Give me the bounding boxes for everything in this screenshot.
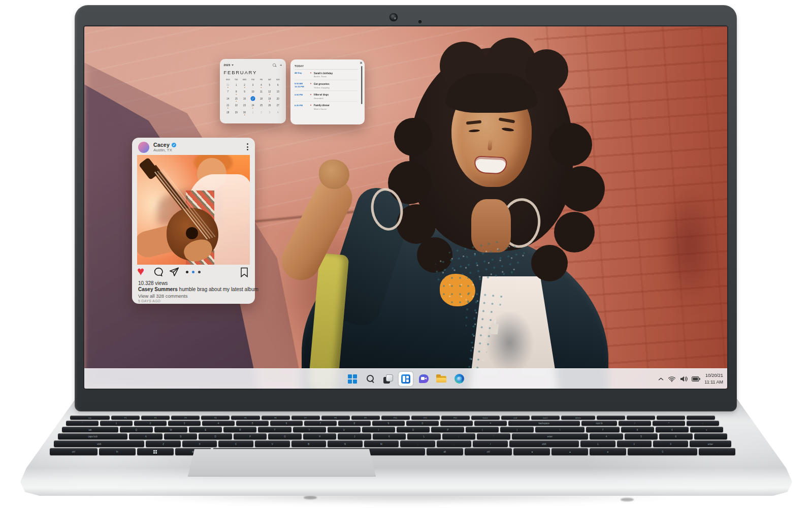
agenda-header: TODAY (295, 62, 358, 70)
scrollbar[interactable] (361, 66, 363, 104)
laptop-lid: 2023 + FEBRUARY MONTUEWEDTHUFRISATSUN311… (75, 5, 737, 411)
key-=: = (474, 421, 507, 426)
calendar-day[interactable]: 21 (224, 102, 232, 109)
calendar-day[interactable]: 13 (274, 88, 282, 95)
file-explorer-button[interactable] (434, 372, 448, 386)
add-event-button[interactable]: + (280, 64, 282, 67)
system-tray: 10/20/21 11:11 AM (658, 369, 723, 389)
calendar-day[interactable]: 31 (224, 82, 232, 88)
chevron-down-icon (232, 65, 234, 66)
event-title: Family dinner (314, 104, 358, 107)
volume-icon[interactable] (680, 376, 688, 382)
key-0: 0 (406, 421, 439, 426)
clock-date[interactable]: 10/20/21 11:11 AM (704, 372, 723, 385)
bookmark-icon[interactable] (240, 267, 249, 278)
calendar-day[interactable]: 23 (240, 102, 248, 109)
key-c: C (218, 440, 253, 447)
calendar-day[interactable]: 12 (266, 88, 274, 95)
calendar-day[interactable]: 28 (224, 109, 232, 116)
calendar-day[interactable]: 9 (240, 88, 248, 95)
post-views: 10.328 views (138, 280, 168, 286)
calendar-year-dropdown[interactable]: 2023 (224, 64, 231, 67)
key-/: / (619, 421, 651, 426)
post-photo (137, 155, 250, 265)
kebab-menu-icon[interactable] (247, 143, 249, 152)
task-view-button[interactable] (381, 372, 395, 386)
start-button[interactable] (345, 372, 360, 386)
wifi-icon[interactable] (668, 376, 676, 382)
key-k: K (373, 433, 406, 439)
calendar-day[interactable]: 6 (274, 82, 282, 88)
key-/: / (473, 440, 508, 447)
agenda-event[interactable]: 9:00 AM12:15 PMGet groceriesOnline shopp… (295, 80, 358, 91)
key--: - (687, 421, 719, 426)
key-blank (657, 416, 685, 420)
search-button[interactable] (363, 372, 377, 386)
chat-button[interactable] (416, 372, 431, 386)
calendar-day[interactable]: 14 (224, 96, 232, 102)
agenda-event[interactable]: 3:00 PMHike w/ dogsGreenbelt (295, 91, 358, 102)
calendar-day[interactable]: 7 (224, 88, 232, 95)
calendar-day[interactable]: 2 (240, 82, 248, 88)
key-f10: F10 (381, 416, 410, 420)
calendar-day[interactable]: 25 (257, 102, 265, 109)
post-location[interactable]: Austin, TX (153, 148, 172, 152)
agenda-event[interactable]: 6:30 PMFamily dinnerMom's house (295, 102, 358, 112)
calendar-day[interactable]: 4 (257, 82, 265, 88)
calendar-day[interactable]: 16 (240, 96, 248, 102)
calendar-day[interactable]: 4 (274, 109, 282, 116)
calendar-day[interactable]: 20 (274, 96, 282, 102)
key-n: N (328, 440, 363, 447)
key-fn: fn (99, 448, 136, 455)
close-icon[interactable] (360, 61, 363, 64)
calendar-day[interactable]: 17 (249, 96, 257, 102)
event-subtitle: Mom's house (314, 108, 358, 110)
search-icon[interactable] (273, 64, 276, 67)
calendar-day[interactable]: 3 (266, 109, 274, 116)
webcam-glint (394, 17, 396, 19)
event-time: 6:30 PM (295, 104, 310, 110)
laptop-product-shot: escF1F2F3F4F5F6F7F8F9F10F11F12homeendins… (0, 0, 812, 508)
agenda-event[interactable]: All DaySarah's birthdayAustin, Texas (295, 70, 358, 80)
event-time: 9:00 AM12:15 PM (295, 82, 310, 88)
calendar-day[interactable]: 18 (257, 96, 265, 102)
key--: - (440, 421, 473, 426)
laptop-foot (621, 498, 634, 501)
key-shift: shift (509, 440, 579, 447)
calendar-day[interactable]: 1 (232, 82, 240, 88)
calendar-day[interactable]: 15 (232, 96, 240, 102)
key-f1: F1 (111, 416, 140, 420)
avatar[interactable] (138, 142, 149, 153)
calendar-day[interactable]: 27 (274, 102, 282, 109)
calendar-day[interactable]: 11 (257, 88, 265, 95)
post-caption-author[interactable]: Casey Summers (138, 287, 178, 292)
post-username[interactable]: Cacey (153, 142, 170, 148)
chevron-up-icon[interactable] (658, 377, 664, 381)
calendar-day[interactable]: 29 (232, 109, 240, 116)
carousel-dots[interactable] (137, 271, 249, 273)
calendar-day[interactable]: 26 (266, 102, 274, 109)
key-u: U (328, 427, 361, 432)
calendar-day[interactable]: 19 (266, 96, 274, 102)
calendar-day[interactable]: 3 (249, 82, 257, 88)
calendar-day[interactable]: 10 (249, 88, 257, 95)
person-hand (319, 160, 349, 189)
key-insert: insert (531, 416, 560, 420)
task-view-icon (383, 374, 393, 384)
edge-button[interactable] (452, 372, 466, 386)
calendar-day[interactable]: 1 (249, 109, 257, 116)
calendar-day[interactable]: 2 (257, 109, 265, 116)
key-f7: F7 (291, 416, 320, 420)
key-9: 9 (372, 421, 405, 426)
calendar-day[interactable]: 5 (266, 82, 274, 88)
battery-icon[interactable] (692, 376, 700, 382)
event-dot-icon (310, 72, 314, 78)
calendar-day[interactable]: 8 (232, 88, 240, 95)
widgets-board-icon (401, 374, 410, 384)
calendar-day[interactable]: 24 (249, 102, 257, 109)
widgets-button[interactable] (399, 372, 413, 386)
calendar-day[interactable]: 22 (232, 102, 240, 109)
view-comments-link[interactable]: View all 328 comments (138, 293, 188, 299)
calendar-day[interactable]: 30 (240, 109, 248, 116)
key-j: J (338, 433, 371, 439)
